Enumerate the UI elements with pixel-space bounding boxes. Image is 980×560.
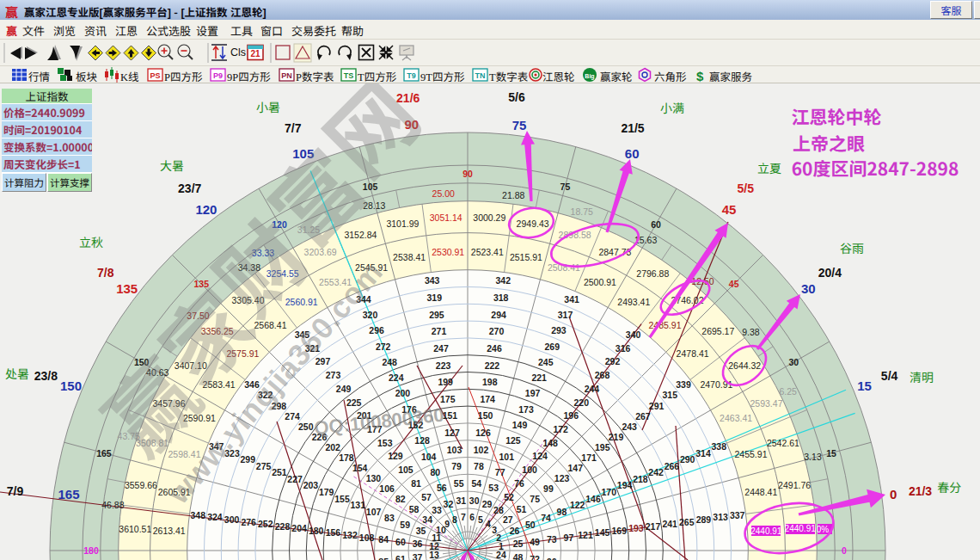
svg-text:56: 56	[437, 483, 447, 493]
svg-text:26: 26	[510, 526, 520, 536]
svg-text:3101.99: 3101.99	[386, 218, 419, 229]
svg-text:3559.66: 3559.66	[125, 480, 157, 490]
svg-text:$: $	[696, 69, 704, 83]
svg-text:TS: TS	[344, 71, 354, 80]
svg-text:2440.91: 2440.91	[785, 524, 817, 533]
svg-text:340: 340	[626, 329, 641, 340]
svg-text:60: 60	[395, 537, 406, 547]
svg-text:90: 90	[462, 169, 473, 179]
svg-text:77: 77	[495, 467, 505, 477]
svg-text:126: 126	[475, 428, 491, 438]
svg-text:146: 146	[585, 494, 601, 504]
svg-text:60: 60	[651, 219, 661, 230]
svg-text:79: 79	[451, 461, 462, 471]
svg-text:32: 32	[444, 499, 454, 509]
svg-text:2949.43: 2949.43	[517, 218, 549, 229]
svg-text:218: 218	[633, 474, 648, 484]
svg-text:180: 180	[309, 526, 324, 536]
svg-text:294: 294	[491, 310, 506, 320]
svg-text:赢家轮: 赢家轮	[600, 68, 633, 84]
svg-text:74: 74	[541, 513, 551, 523]
svg-text:124: 124	[532, 451, 548, 461]
svg-text:99: 99	[543, 483, 554, 494]
svg-text:220: 220	[574, 397, 590, 408]
svg-text:251: 251	[272, 467, 287, 477]
svg-text:小暑: 小暑	[256, 98, 280, 115]
svg-text:270: 270	[489, 326, 505, 336]
svg-text:18.75: 18.75	[571, 206, 593, 217]
svg-text:2463.41: 2463.41	[720, 413, 752, 423]
svg-text:153: 153	[377, 438, 393, 448]
svg-text:3.13: 3.13	[804, 452, 822, 462]
svg-text:49: 49	[530, 537, 540, 547]
svg-text:202: 202	[325, 442, 340, 452]
svg-text:343: 343	[425, 275, 440, 286]
svg-text:37: 37	[413, 552, 423, 560]
svg-text:120: 120	[195, 202, 217, 217]
svg-text:224: 224	[389, 372, 404, 383]
svg-text:54: 54	[471, 478, 481, 489]
svg-text:13: 13	[429, 550, 439, 560]
svg-text:100: 100	[522, 465, 537, 475]
svg-text:81: 81	[411, 478, 421, 489]
svg-text:52: 52	[504, 492, 514, 502]
svg-text:225: 225	[346, 397, 362, 408]
svg-text:217: 217	[646, 521, 661, 532]
svg-text:20/4: 20/4	[818, 266, 842, 280]
svg-text:2455.91: 2455.91	[735, 449, 768, 459]
svg-text:265: 265	[679, 517, 695, 527]
svg-text:299: 299	[241, 454, 256, 465]
svg-text:97: 97	[564, 532, 574, 543]
svg-text:129: 129	[388, 451, 403, 461]
svg-text:319: 319	[427, 292, 443, 303]
svg-text:165: 165	[96, 448, 112, 458]
svg-text:348: 348	[191, 510, 206, 520]
svg-text:25: 25	[513, 538, 524, 549]
svg-text:36: 36	[413, 538, 423, 549]
svg-text:2644.32: 2644.32	[728, 360, 761, 371]
svg-text:处暑: 处暑	[5, 365, 29, 382]
svg-text:7/9: 7/9	[7, 484, 24, 498]
svg-text:33: 33	[432, 505, 442, 515]
svg-text:9T四方形: 9T四方形	[420, 68, 465, 84]
svg-text:2542.61: 2542.61	[767, 438, 799, 448]
svg-text:58: 58	[409, 504, 420, 514]
svg-text:27: 27	[503, 514, 513, 525]
svg-text:341: 341	[564, 294, 579, 305]
svg-text:小满: 小满	[660, 99, 684, 116]
svg-text:174: 174	[480, 394, 495, 404]
svg-text:84: 84	[378, 534, 389, 545]
svg-text:242: 242	[648, 467, 664, 477]
svg-text:248: 248	[382, 357, 397, 367]
svg-text:102: 102	[474, 445, 489, 455]
svg-text:106: 106	[379, 483, 395, 494]
svg-text:121: 121	[578, 530, 593, 540]
svg-text:147: 147	[568, 463, 584, 473]
svg-text:0%: 0%	[817, 525, 830, 534]
svg-text:2440.91: 2440.91	[750, 526, 782, 536]
svg-text:200: 200	[395, 388, 411, 398]
svg-text:219: 219	[609, 432, 624, 442]
svg-text:101: 101	[499, 452, 515, 462]
svg-text:21/3: 21/3	[909, 484, 932, 498]
svg-text:2530.91: 2530.91	[432, 247, 464, 257]
svg-text:293: 293	[551, 325, 567, 335]
svg-text:3051.14: 3051.14	[430, 212, 462, 223]
svg-text:0: 0	[890, 487, 897, 502]
svg-text:3: 3	[492, 525, 497, 535]
svg-text:P数字表: P数字表	[296, 68, 334, 84]
svg-text:K线: K线	[120, 68, 139, 84]
svg-text:2478.41: 2478.41	[677, 348, 709, 359]
svg-text:61: 61	[395, 554, 406, 560]
svg-text:173: 173	[518, 404, 534, 415]
svg-text:3000.29: 3000.29	[473, 212, 505, 223]
svg-text:9.38: 9.38	[742, 327, 760, 337]
svg-text:30: 30	[788, 357, 799, 367]
svg-text:195: 195	[595, 442, 610, 452]
svg-text:223: 223	[436, 360, 451, 371]
svg-text:199: 199	[438, 377, 453, 387]
svg-text:P四方形: P四方形	[164, 68, 203, 84]
svg-text:269: 269	[545, 342, 560, 352]
svg-text:75: 75	[512, 118, 527, 132]
svg-text:21: 21	[250, 49, 260, 58]
